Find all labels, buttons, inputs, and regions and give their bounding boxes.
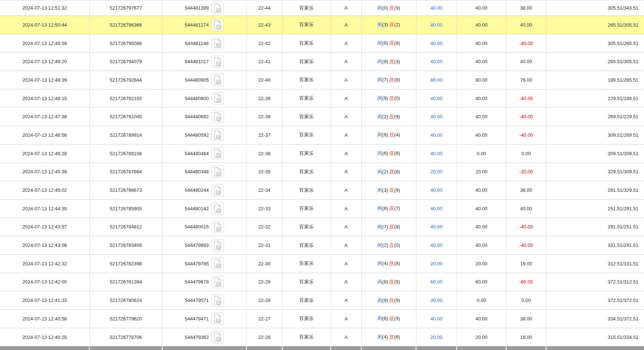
cell-game-result: 闲(2) 庄(9) (361, 108, 416, 126)
video-replay-button[interactable] (211, 276, 224, 288)
table-row[interactable]: 2024-07-13 12:48:39 521726792844 5444809… (0, 71, 644, 89)
cell-game-type: 百家乐 (282, 181, 331, 200)
banker-result-score: (9) (394, 298, 400, 303)
video-replay-button[interactable] (211, 184, 224, 197)
bet-records-screen: 2024-07-13 12:51:32 521726797677 5444813… (0, 0, 644, 350)
cell-valid-bet: 20.00 (457, 163, 506, 181)
cell-shoe-round: 22-40 (246, 71, 282, 89)
player-result-score: (8) (382, 279, 388, 285)
cell-bet-amount: 80.00 (416, 71, 457, 89)
cell-balance: 265.51/305.51 (546, 16, 644, 34)
player-result-label: 闲 (377, 5, 382, 11)
video-replay-button[interactable] (211, 147, 224, 160)
table-row[interactable]: 2024-07-13 12:40:58 521726779620 5444794… (0, 310, 644, 328)
cell-round-number: 544479571 (162, 291, 246, 310)
cell-valid-bet: 40.00 (457, 218, 506, 236)
round-number: 544479471 (185, 316, 209, 322)
table-row[interactable]: 2024-07-13 12:46:28 521726789106 5444804… (0, 144, 644, 163)
table-row[interactable]: 2024-07-13 12:49:20 521726794079 5444810… (0, 52, 644, 71)
banker-result-label: 庄 (389, 132, 394, 137)
table-row[interactable]: 2024-07-13 12:45:39 521726787664 5444803… (0, 163, 644, 181)
cell-game-type: 百家乐 (282, 34, 331, 52)
table-row[interactable]: 2024-07-13 12:46:56 521726789914 5444805… (0, 126, 644, 145)
table-row[interactable]: 2024-07-13 12:43:06 521726783408 5444798… (0, 236, 644, 255)
video-replay-button[interactable] (211, 202, 224, 215)
table-row[interactable]: 2024-07-13 12:41:33 521726780624 5444795… (0, 291, 644, 310)
table-row[interactable]: 2024-07-13 12:45:02 521726786673 5444802… (0, 181, 644, 200)
cell-bet-time: 2024-07-13 12:42:00 (0, 273, 89, 291)
cell-game-result: 闲(8) 庄(5) (361, 273, 416, 291)
banker-result-score: (7) (394, 205, 400, 211)
banker-result-score: (6) (394, 334, 400, 340)
video-replay-button[interactable] (211, 166, 224, 178)
cell-game-type: 百家乐 (282, 254, 331, 273)
subtotal-bet-total: 750.00 (416, 346, 457, 350)
video-replay-button[interactable] (211, 257, 224, 270)
banker-result-score: (6) (394, 169, 400, 174)
player-result-label: 闲 (377, 334, 382, 340)
table-row[interactable]: 2024-07-13 12:51:32 521726797677 5444813… (0, 0, 644, 16)
cell-bet-time: 2024-07-13 12:40:58 (0, 310, 89, 328)
round-number: 544479785 (185, 261, 209, 266)
banker-result-label: 庄 (389, 205, 394, 211)
player-result-score: (9) (382, 298, 388, 303)
video-replay-button[interactable] (211, 221, 224, 233)
video-replay-button[interactable] (211, 111, 224, 123)
video-replay-button[interactable] (211, 331, 224, 343)
cell-bet-amount: 40.00 (416, 126, 457, 145)
cell-round-number: 544479785 (162, 254, 246, 273)
cell-desk: A (331, 163, 361, 181)
video-replay-button[interactable] (211, 18, 224, 31)
cell-bet-time: 2024-07-13 12:45:39 (0, 163, 89, 181)
subtotal-row: 小计 19 750.00 680.00 28.00 (0, 346, 644, 350)
player-result-score: (0) (382, 5, 388, 11)
video-replay-icon (214, 57, 222, 67)
table-row[interactable]: 2024-07-13 12:44:35 521726785905 5444801… (0, 199, 644, 218)
cell-bet-time: 2024-07-13 12:43:57 (0, 218, 89, 236)
cell-order-number: 521726795086 (89, 34, 162, 52)
cell-shoe-round: 22-28 (246, 291, 282, 310)
cell-game-result: 闲(7) 庄(8) (361, 218, 416, 236)
video-replay-button[interactable] (211, 74, 224, 86)
video-replay-icon (214, 186, 222, 195)
video-replay-button[interactable] (211, 55, 224, 68)
cell-order-number: 521726796366 (89, 16, 162, 34)
cell-shoe-round: 22-26 (246, 328, 282, 346)
cell-game-result: 闲(9) 庄(3) (361, 52, 416, 71)
cell-valid-bet: 20.00 (457, 328, 506, 346)
cell-game-result: 闲(8) 庄(7) (361, 199, 416, 218)
cell-order-number: 521726794079 (89, 52, 162, 71)
cell-balance: 372.51/312.51 (546, 273, 644, 291)
table-row[interactable]: 2024-07-13 12:42:00 521726781394 5444796… (0, 273, 644, 291)
cell-game-result: 闲(9) 庄(4) (361, 126, 416, 145)
table-row[interactable]: 2024-07-13 12:48:15 521726792155 5444808… (0, 89, 644, 108)
video-replay-button[interactable] (211, 37, 224, 50)
video-replay-icon (214, 3, 222, 13)
table-row[interactable]: 2024-07-13 12:47:38 521726791045 5444806… (0, 108, 644, 126)
cell-balance: 315.51/334.51 (546, 328, 644, 346)
table-row[interactable]: 2024-07-13 12:43:57 521726784812 5444800… (0, 218, 644, 236)
cell-bet-amount: 40.00 (416, 0, 457, 16)
table-row[interactable]: 2024-07-13 12:40:25 521726778706 5444793… (0, 328, 644, 346)
video-replay-button[interactable] (211, 294, 224, 307)
banker-result-score: (8) (394, 261, 400, 266)
cell-game-type: 百家乐 (282, 163, 331, 181)
cell-desk: A (331, 71, 361, 89)
video-replay-button[interactable] (211, 239, 224, 252)
banker-result-score: (5) (394, 279, 400, 285)
table-row[interactable]: 2024-07-13 12:49:59 521726795086 5444811… (0, 34, 644, 52)
video-replay-button[interactable] (211, 312, 224, 325)
video-replay-button[interactable] (211, 2, 224, 14)
cell-desk: A (331, 126, 361, 145)
video-replay-button[interactable] (211, 92, 224, 105)
table-row[interactable]: 2024-07-13 12:50:44 521726796366 5444812… (0, 16, 644, 34)
subtotal-count: 19 (89, 346, 162, 350)
video-replay-button[interactable] (211, 129, 224, 141)
player-result-label: 闲 (377, 114, 382, 119)
cell-order-number: 521726787664 (89, 163, 162, 181)
banker-result-score: (6) (394, 150, 400, 156)
cell-shoe-round: 22-30 (246, 254, 282, 273)
table-row[interactable]: 2024-07-13 12:42:32 521726782396 5444797… (0, 254, 644, 273)
player-result-label: 闲 (377, 169, 382, 174)
cell-valid-bet: 40.00 (457, 199, 506, 218)
